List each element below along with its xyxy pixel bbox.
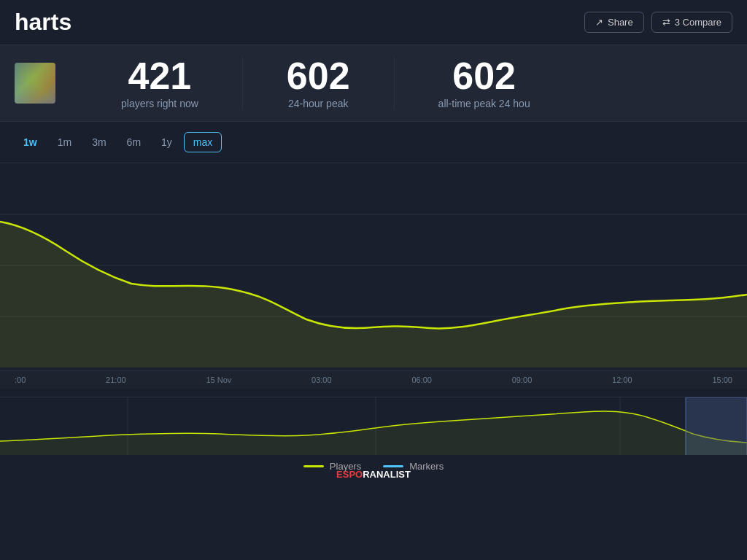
- x-label-1: 21:00: [106, 376, 126, 384]
- mini-chart: 10 Nov 12 Nov 14 Nov: [0, 397, 747, 455]
- legend-players-label: Players: [330, 461, 361, 472]
- x-label-0: :00: [15, 376, 26, 384]
- legend-players-line: [303, 465, 324, 467]
- compare-icon: ⇄: [662, 17, 670, 28]
- header-actions: ↗ Share ⇄ 3 Compare: [584, 12, 732, 33]
- header: harts ↗ Share ⇄ 3 Compare: [0, 0, 747, 45]
- filter-1w[interactable]: 1w: [15, 133, 46, 152]
- chart-svg: [0, 163, 747, 368]
- filter-1y[interactable]: 1y: [152, 133, 181, 152]
- compare-button[interactable]: ⇄ 3 Compare: [651, 12, 732, 33]
- x-label-4: 06:00: [411, 376, 432, 384]
- share-icon: ↗: [595, 17, 603, 28]
- alltime-peak-label: all-time peak 24 hou: [438, 98, 530, 109]
- mini-chart-svg: [0, 397, 747, 455]
- peak-24h-number: 602: [287, 57, 350, 95]
- peak-24h-label: 24-hour peak: [288, 98, 349, 109]
- alltime-peak-number: 602: [452, 57, 516, 95]
- game-thumbnail: [15, 63, 55, 104]
- stat-alltime-peak: 602 all-time peak 24 hou: [395, 57, 574, 109]
- filter-max[interactable]: max: [184, 132, 222, 152]
- filter-3m[interactable]: 3m: [83, 133, 115, 152]
- current-players-label: players right now: [121, 98, 198, 109]
- chart-legend: Players Markers: [0, 455, 747, 478]
- x-label-2: 15 Nov: [206, 376, 231, 384]
- legend-markers: Markers: [383, 461, 444, 472]
- main-chart: :00 21:00 15 Nov 03:00 06:00 09:00 12:00…: [0, 163, 747, 397]
- x-label-6: 12:00: [612, 376, 632, 384]
- filter-6m[interactable]: 6m: [118, 133, 150, 152]
- x-label-7: 15:00: [712, 376, 732, 384]
- current-players-number: 421: [128, 57, 192, 95]
- x-label-5: 09:00: [512, 376, 533, 384]
- legend-players: Players: [303, 461, 361, 472]
- share-button[interactable]: ↗ Share: [584, 12, 644, 33]
- filter-1m[interactable]: 1m: [49, 133, 80, 152]
- page-title: harts: [15, 9, 71, 36]
- time-filter-bar: 1w 1m 3m 6m 1y max: [0, 122, 747, 163]
- legend-markers-label: Markers: [409, 461, 444, 472]
- legend-markers-line: [383, 465, 403, 467]
- x-axis: :00 21:00 15 Nov 03:00 06:00 09:00 12:00…: [0, 370, 747, 389]
- stat-24h-peak: 602 24-hour peak: [243, 57, 395, 109]
- stats-row: 421 players right now 602 24-hour peak 6…: [0, 45, 747, 122]
- stat-current-players: 421 players right now: [77, 57, 243, 109]
- x-label-3: 03:00: [311, 376, 332, 384]
